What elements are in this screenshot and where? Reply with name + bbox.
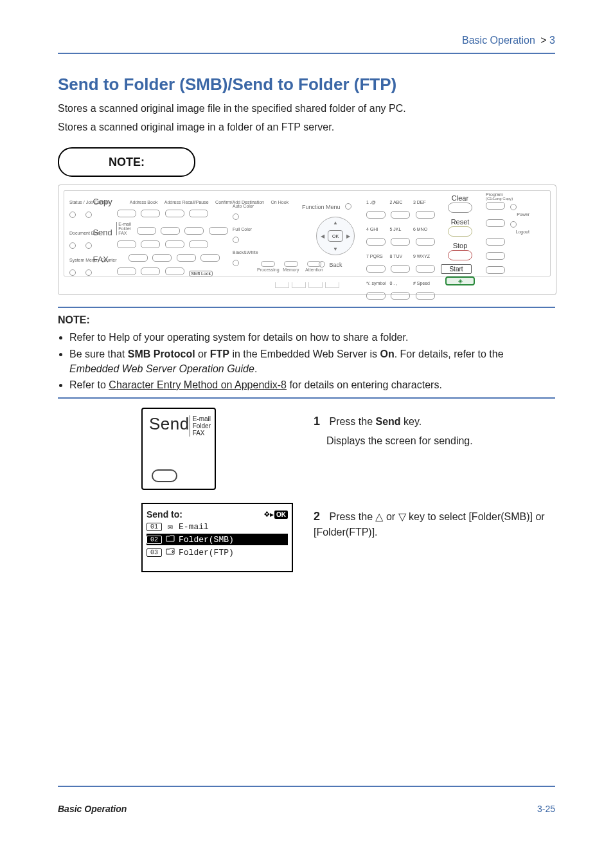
fax-led-icon [85, 269, 92, 276]
email-icon: ✉ [166, 521, 175, 532]
key-label: 3 DEF [413, 200, 431, 204]
c3-button[interactable] [486, 238, 505, 246]
key-6[interactable] [416, 238, 435, 246]
dpad-left-icon[interactable]: ◀ [321, 233, 324, 239]
reset-button[interactable] [448, 226, 472, 237]
program-button[interactable] [486, 202, 505, 210]
key-3[interactable] [416, 211, 435, 219]
row-label: Folder(FTP) [179, 548, 234, 557]
appendix-link[interactable]: Character Entry Method on Appendix-8 [109, 379, 287, 390]
func-menu-led-icon[interactable] [345, 203, 351, 210]
lbl-autocolor: Auto Color [233, 204, 254, 208]
folder-ftp-icon [166, 547, 175, 557]
row-label: E-mail [179, 522, 209, 532]
shift-lock-btn[interactable]: Shift Lock [189, 271, 213, 276]
onetouch-btn[interactable] [165, 267, 184, 275]
onetouch-btn[interactable] [189, 240, 208, 248]
step1-line1: 1 Press the Send key. [314, 413, 555, 429]
lbl-ot2: Address Recall/Pause [164, 200, 209, 204]
onetouch-btn[interactable] [141, 210, 160, 217]
key-8[interactable] [391, 265, 410, 273]
bottom-rule [58, 786, 555, 787]
onetouch-btn[interactable] [165, 240, 184, 248]
autocolor-led-icon[interactable] [233, 213, 239, 220]
lbl-memory: Memory [283, 267, 299, 272]
lbl-reset: Reset [441, 218, 479, 226]
stop-button[interactable] [448, 250, 472, 260]
key-label: 4 GHI [366, 227, 384, 231]
power-led-icon[interactable] [510, 204, 517, 210]
onetouch-btn[interactable] [129, 254, 148, 262]
rule-2 [58, 397, 555, 399]
lbl-copy: Copy [93, 197, 112, 206]
lbl-clear: Clear [441, 194, 479, 202]
list-item[interactable]: 01 ✉ E-mail [147, 521, 288, 532]
step2-number: 2 [314, 508, 326, 525]
row-label: Folder(SMB) [179, 535, 234, 545]
key-label: 1 .@ [366, 200, 384, 204]
onetouch-btn[interactable] [209, 227, 228, 235]
dpad-down-icon[interactable]: ▼ [333, 246, 338, 252]
header-chapter-num: 3 [549, 35, 555, 46]
dpad[interactable]: ▲ ▼ ◀ ▶ OK [316, 217, 355, 255]
clear-button[interactable] [448, 203, 472, 213]
onetouch-btn[interactable] [177, 254, 196, 262]
status-led-icon [69, 212, 76, 218]
processing-led-icon [261, 261, 275, 267]
onetouch-btn[interactable] [141, 267, 160, 275]
onetouch-btn[interactable] [184, 227, 204, 235]
c2-button[interactable] [486, 219, 505, 227]
dpad-ok-button[interactable]: OK [328, 230, 343, 242]
list-item[interactable]: 03 Folder(FTP) [147, 547, 288, 558]
key-4[interactable] [366, 238, 386, 246]
onetouch-btn[interactable] [161, 227, 180, 235]
key-5[interactable] [391, 238, 410, 246]
key-star[interactable] [366, 292, 386, 300]
onetouch-btn[interactable] [117, 240, 136, 248]
lcd-listbox: Send to: ❖▸ OK 01 ✉ E-mail 02 F [141, 503, 293, 572]
lbl-docbox: Document Box [69, 231, 90, 235]
lbl-func-menu: Function Menu [302, 204, 341, 210]
key-7[interactable] [366, 265, 386, 273]
key-label: 7 PQRS [366, 254, 384, 258]
key-0[interactable] [391, 292, 410, 300]
docbox-led-icon [69, 242, 76, 249]
lbl-send: Send [93, 228, 112, 237]
onetouch-btn[interactable] [141, 240, 160, 248]
key-hash[interactable] [416, 292, 435, 300]
control-panel-illustration: Status / Job Cancel Copy Address Book Ad… [58, 185, 556, 295]
c5-button[interactable] [486, 266, 505, 274]
note-pill: NOTE: [58, 147, 195, 177]
bw-led-icon[interactable] [233, 260, 239, 266]
page-header: Basic Operation > 3 [462, 35, 555, 46]
dpad-right-icon[interactable]: ▶ [346, 233, 350, 239]
onetouch-btn[interactable] [117, 210, 136, 217]
dpad-up-icon[interactable]: ▲ [333, 220, 338, 226]
onetouch-btn[interactable] [152, 254, 172, 262]
onetouch-btn[interactable] [117, 267, 136, 275]
note-bullets: Refer to Help of your operating system f… [58, 330, 555, 392]
onetouch-btn[interactable] [137, 227, 156, 235]
lbl-attention: Attention [305, 267, 323, 272]
send-card-title: Send [149, 414, 190, 433]
c4-button[interactable] [486, 252, 505, 260]
folder-smb-icon [166, 534, 175, 545]
onetouch-btn[interactable] [200, 254, 220, 262]
ok-badge: OK [274, 511, 288, 519]
lbl-processing: Processing [257, 267, 280, 272]
send-card-side: E-mail Folder FAX [190, 415, 211, 437]
key-1[interactable] [366, 211, 386, 219]
attention-led-icon [307, 261, 321, 267]
send-key-oval-icon[interactable] [152, 469, 177, 482]
top-rule [58, 53, 555, 54]
status-lamps: Processing Memory Attention [257, 261, 325, 272]
onetouch-btn[interactable] [165, 210, 184, 217]
step-2: Send to: ❖▸ OK 01 ✉ E-mail 02 F [58, 503, 555, 572]
lbl-sysmenu: System Menu / Counter [69, 258, 90, 262]
onetouch-btn[interactable] [189, 210, 208, 217]
list-item[interactable]: 02 Folder(SMB) [147, 534, 288, 545]
fullcolor-led-icon[interactable] [233, 237, 239, 243]
key-2[interactable] [391, 211, 410, 219]
logout-led-icon[interactable] [510, 221, 517, 228]
key-9[interactable] [416, 265, 435, 273]
